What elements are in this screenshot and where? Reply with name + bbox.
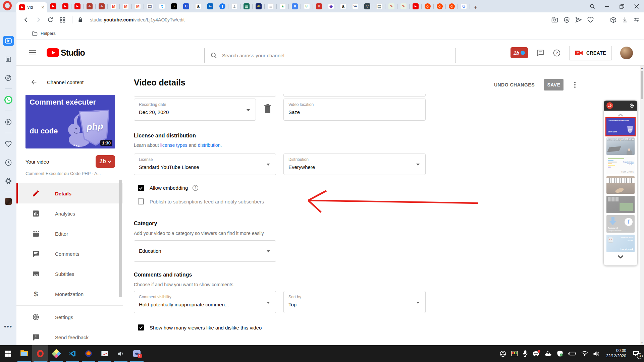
pinned-tab-c-app[interactable]: C [180,1,192,11]
taskbar-chat-app[interactable]: 1 [129,345,145,362]
pinned-tab-file-dark[interactable]: ▤ [373,1,385,11]
pinned-tab-facebook[interactable]: f [216,1,228,11]
tray-docker-icon[interactable] [544,351,552,357]
comment-visibility-field[interactable]: Comment visibility Hold potentially inap… [134,291,276,313]
scroll-up-chevron-icon[interactable] [604,111,637,118]
tray-security-shield-icon[interactable] [557,350,563,357]
panel-thumb-gaming[interactable] [606,196,635,213]
scroll-down-chevron-icon[interactable] [604,252,637,258]
sidebar-reading-list-icon[interactable] [3,54,14,64]
pinned-tab-yt-analytics[interactable]: ılı [84,1,96,11]
taskbar-clock[interactable]: 00:00 22/12/2020 [606,348,626,359]
panel-thumb-facebook-bot[interactable]: Comment créer un bot facebook [606,235,635,252]
license-field[interactable]: License Standard YouTube License [134,154,276,175]
pinned-tab-google-drive[interactable]: ▲ [277,1,289,11]
url-text[interactable]: studio.youtube.com/video/Lj1y4AO0yTw/edi… [90,17,184,22]
pinned-tab-youtube[interactable]: ▶ [47,1,59,11]
pinned-tab-youtube[interactable]: ▶ [410,1,422,11]
pinned-tab-anchor[interactable]: ⚓ [228,1,240,11]
pinned-tab-google[interactable]: G [458,1,470,11]
more-options-kebab-icon[interactable] [573,80,577,89]
pinned-tab-gmail[interactable]: M [132,1,144,11]
nav-item-subtitles[interactable]: Subtitles [16,264,123,284]
new-tab-button[interactable]: + [470,2,481,12]
menu-hamburger-icon[interactable] [29,50,36,55]
pinned-tab-document[interactable]: ≣ [265,1,277,11]
tray-wifi-icon[interactable] [581,351,588,356]
nav-item-editor[interactable]: Editor [16,224,123,244]
tray-microphone-icon[interactable] [523,350,528,357]
account-avatar[interactable] [620,47,633,59]
save-button[interactable]: SAVE [544,79,564,90]
pinned-tab-gem[interactable]: ◆ [325,1,337,11]
pinned-tab-youtube[interactable]: ▶ [59,1,71,11]
back-arrow-icon[interactable] [30,78,38,86]
tubebuddy-settings-gear-icon[interactable] [629,103,635,108]
allow-embedding-checkbox[interactable] [138,185,144,191]
restore-button[interactable] [614,0,629,12]
sidebar-player2-icon[interactable] [3,117,14,127]
pinned-tab-v-dark[interactable]: ▽ [361,1,373,11]
pinned-tab-chevrons[interactable]: » [301,1,313,11]
channel-search-input[interactable]: Search across your channel [204,48,456,63]
pinned-tab-twitter[interactable]: t [156,1,168,11]
panel-thumb-languages-chart[interactable]: Popularité des langages 1965 - 2019 [606,157,635,174]
category-field[interactable]: Education [134,240,276,262]
tray-obs-icon[interactable] [500,351,506,357]
minimize-button[interactable] [600,0,614,12]
pinned-tab-certificate[interactable]: ✎ [385,1,397,11]
nav-item-monetization[interactable]: $ Monetization [16,284,123,304]
pinned-tab-document[interactable]: ▤ [144,1,156,11]
pinned-tab-gmail[interactable]: M [108,1,120,11]
bookmark-heart-icon[interactable] [587,17,594,23]
extensions-cube-icon[interactable] [610,17,616,23]
sidebar-player-icon[interactable] [3,36,14,46]
scrollbar-up-arrow[interactable]: ▲ [640,67,644,69]
panel-thumb-lenovo-review[interactable]: Lenovo Ideapad 3 Review [606,137,635,155]
nav-item-send-feedback[interactable]: Send feedback [16,327,123,347]
tab-close-icon[interactable]: × [41,5,44,10]
panel-thumb-current-video[interactable]: Comment exécuter du code php [606,118,635,135]
taskbar-audacity[interactable] [80,345,97,362]
active-tab[interactable]: ▶ Vid × [16,2,47,12]
lock-icon[interactable] [75,15,85,25]
back-icon[interactable] [21,15,31,25]
pinned-tab-youtube[interactable]: ▶ [71,1,84,11]
sidebar-whatsapp-icon[interactable] [3,95,14,105]
tubebuddy-extension-badge[interactable]: 1b [511,47,528,58]
channel-content-back[interactable]: Channel content [16,66,123,86]
taskbar-diagram-app[interactable] [48,345,64,362]
snapshot-camera-icon[interactable] [551,17,558,23]
action-center-icon[interactable]: 3 [633,350,640,357]
nav-item-settings[interactable]: Settings [16,307,123,327]
pinned-tab-reddit[interactable]: ☺ [434,1,446,11]
pinned-tab-amazon[interactable]: a [192,1,204,11]
license-types-link[interactable]: license types [160,142,187,148]
bookmark-folder-helpers[interactable]: Helpers [41,31,56,36]
panel-thumb-scraper-facebook[interactable]: f Comment Scraper Facebook [606,215,635,233]
video-location-field[interactable]: Video location Saze [283,99,426,121]
downloads-icon[interactable] [622,17,628,23]
sidebar-pinned-site-icon[interactable] [5,198,12,205]
pinned-tab-reddit[interactable]: ☺ [446,1,458,11]
reload-icon[interactable] [45,15,55,25]
taskbar-audio-app[interactable] [113,345,129,362]
close-window-button[interactable] [629,0,644,12]
pinned-tab-amazon[interactable]: a [337,1,349,11]
pinned-tab-pi-red[interactable]: Π [313,1,325,11]
taskbar-paint[interactable] [97,345,113,362]
adblock-shield-icon[interactable] [564,17,570,23]
easy-setup-sliders-icon[interactable] [633,17,639,23]
nav-item-comments[interactable]: Comments [16,244,123,264]
start-button[interactable] [0,345,16,362]
delete-recording-date-icon[interactable] [263,104,272,114]
pinned-tab-green-grid[interactable]: ▦ [240,1,253,11]
publish-subscriptions-checkbox[interactable] [138,198,144,204]
recording-date-field[interactable]: Recording date Dec 20, 2020 [134,99,256,121]
tubebuddy-logo[interactable]: 1b [606,102,613,109]
pinned-tab-certificate[interactable]: ✎ [397,1,410,11]
taskbar-vscode[interactable] [64,345,80,362]
send-to-flow-icon[interactable] [575,17,582,23]
youtube-studio-logo[interactable]: Studio [47,48,85,58]
help-icon[interactable]: ? [553,49,561,57]
